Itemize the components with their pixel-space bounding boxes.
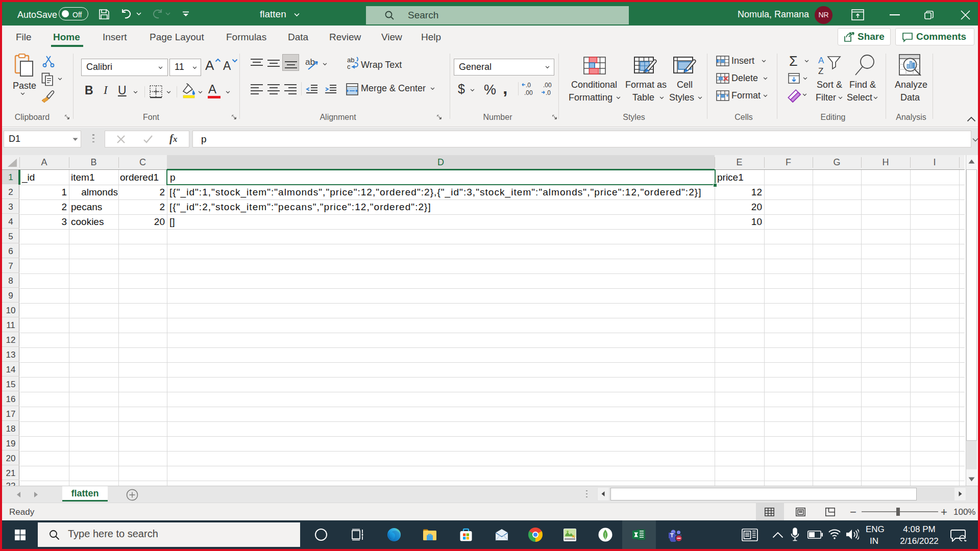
svg-text:.00: .00 [543, 82, 552, 89]
svg-text:Z: Z [818, 66, 823, 76]
svg-text:A: A [818, 56, 824, 65]
svg-text:.00: .00 [524, 89, 533, 96]
svg-text:c: c [347, 63, 351, 70]
svg-text:.0: .0 [526, 82, 531, 89]
svg-text:.0: .0 [546, 89, 551, 96]
